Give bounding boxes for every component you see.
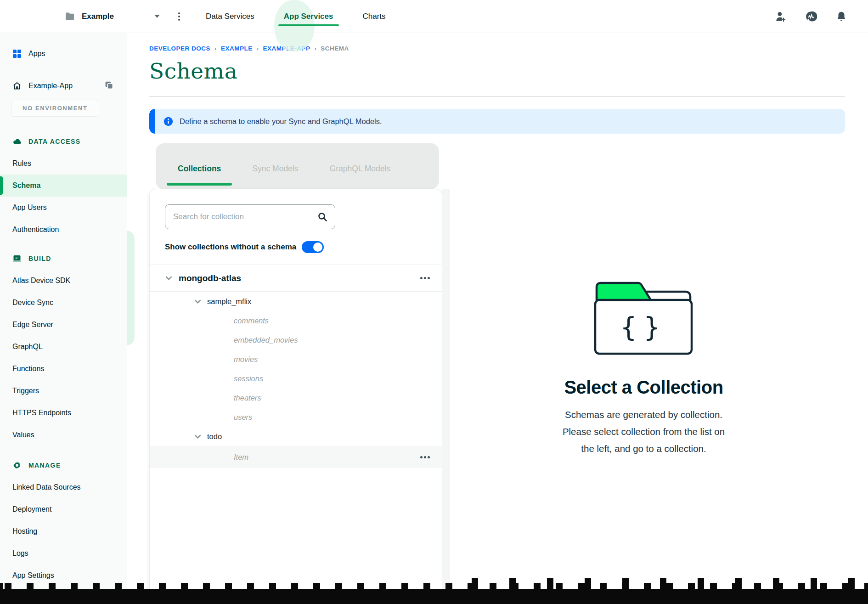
project-name[interactable]: Example	[82, 12, 114, 21]
tab-charts[interactable]: Charts	[363, 0, 386, 33]
sidebar-item-hosting[interactable]: Hosting	[0, 520, 127, 542]
empty-state-description: Schemas are generated by collection. Ple…	[563, 406, 725, 457]
sidebar-item-deployment[interactable]: Deployment	[0, 498, 127, 520]
activity-icon[interactable]	[805, 11, 817, 23]
main-content: DEVELOPER DOCS › EXAMPLE › EXAMPLE-APP ›…	[127, 33, 868, 604]
search-icon[interactable]	[317, 211, 328, 222]
tree-row-collection[interactable]: theaters	[150, 388, 442, 407]
sidebar-item-linked-data-sources[interactable]: Linked Data Sources	[0, 476, 127, 498]
current-app-name: Example-App	[28, 82, 73, 90]
info-banner-text: Define a schema to enable your Sync and …	[180, 117, 382, 126]
sidebar-item-atlas-device-sdk[interactable]: Atlas Device SDK	[0, 270, 127, 292]
panel-scrollbar-gutter[interactable]	[442, 189, 450, 594]
sidebar-item-current-app[interactable]: Example-App	[0, 75, 127, 97]
toggle-label: Show collections without a schema	[165, 243, 296, 252]
chevron-down-icon[interactable]	[194, 298, 202, 305]
ellipsis-menu-button[interactable]	[419, 453, 431, 461]
sidebar-item-authentication[interactable]: Authentication	[0, 219, 127, 241]
app-sidebar: Apps Example-App NO ENVIRONMENT	[0, 33, 127, 604]
schema-detail-area: {} Select a Collection Schemas are gener…	[442, 189, 845, 594]
empty-state-line: Please select collection from the list o…	[563, 423, 725, 440]
collection-name: Item	[234, 453, 248, 462]
sidebar-item-apps[interactable]: Apps	[0, 43, 127, 65]
top-navigation-bar: Example Data Services App Services Chart…	[0, 0, 868, 33]
info-banner: Define a schema to enable your Sync and …	[149, 109, 845, 134]
tree-row-database[interactable]: sample_mflix	[150, 292, 442, 311]
copy-app-id-button[interactable]	[104, 80, 114, 92]
sidebar-section-manage: MANAGE	[0, 454, 127, 476]
breadcrumb-developer-docs[interactable]: DEVELOPER DOCS	[149, 45, 210, 52]
sidebar-item-functions[interactable]: Functions	[0, 358, 127, 380]
sidebar-item-device-sync[interactable]: Device Sync	[0, 292, 127, 314]
tab-app-services[interactable]: App Services	[284, 0, 333, 33]
bottom-black-crenellated-bar	[0, 576, 868, 604]
tree-row-datasource[interactable]: mongodb-atlas	[150, 265, 442, 292]
environment-badge[interactable]: NO ENVIRONMENT	[11, 100, 99, 117]
collection-folder-icon: {}	[592, 280, 695, 356]
sidebar-item-graphql[interactable]: GraphQL	[0, 336, 127, 358]
tree-row-collection[interactable]: users	[150, 407, 442, 427]
breadcrumb-separator: ›	[315, 45, 317, 52]
sidebar-item-values[interactable]: Values	[0, 424, 127, 446]
sidebar-item-logs[interactable]: Logs	[0, 542, 127, 564]
sidebar-item-schema[interactable]: Schema	[0, 175, 127, 197]
breadcrumb-example[interactable]: EXAMPLE	[221, 45, 253, 52]
tree-row-collection[interactable]: sessions	[150, 369, 442, 388]
page-title: Schema	[149, 58, 845, 84]
database-name: todo	[207, 432, 222, 441]
cloud-icon	[12, 137, 22, 146]
laptop-icon	[12, 254, 22, 263]
chevron-down-icon[interactable]	[165, 274, 173, 282]
breadcrumb-separator: ›	[257, 45, 259, 52]
tab-collections[interactable]: Collections	[174, 164, 225, 174]
tab-data-services[interactable]: Data Services	[206, 0, 254, 33]
empty-state: {} Select a Collection Schemas are gener…	[563, 280, 725, 457]
show-collections-toggle[interactable]	[302, 241, 324, 253]
top-nav: Data Services App Services Charts	[206, 0, 386, 33]
sidebar-item-edge-server[interactable]: Edge Server	[0, 314, 127, 336]
sidebar-item-https-endpoints[interactable]: HTTPS Endpoints	[0, 402, 127, 424]
gear-icon	[12, 461, 22, 470]
collections-panel: Show collections without a schema mongod…	[149, 189, 442, 594]
search-input[interactable]	[165, 204, 335, 229]
collections-tree: mongodb-atlas sample_mflix comments embe…	[150, 265, 442, 468]
breadcrumb: DEVELOPER DOCS › EXAMPLE › EXAMPLE-APP ›…	[149, 45, 845, 52]
empty-state-line: the left, and go to a collection.	[563, 440, 725, 457]
invite-user-icon[interactable]	[775, 11, 787, 23]
tree-row-collection[interactable]: comments	[150, 311, 442, 330]
svg-text:{}: {}	[620, 312, 667, 343]
sidebar-item-app-users[interactable]: App Users	[0, 197, 127, 219]
collection-search	[165, 204, 335, 229]
sidebar-section-build: BUILD	[0, 248, 127, 270]
sidebar-section-data-access: DATA ACCESS	[0, 130, 127, 152]
database-name: sample_mflix	[207, 297, 251, 306]
ellipsis-menu-button[interactable]	[419, 274, 431, 282]
tree-row-database[interactable]: todo	[150, 427, 442, 446]
copy-icon	[104, 80, 114, 90]
tab-sync-models[interactable]: Sync Models	[248, 164, 302, 174]
sidebar-item-rules[interactable]: Rules	[0, 152, 127, 175]
project-caret-down-icon[interactable]	[154, 15, 160, 18]
topbar-icons	[775, 11, 847, 23]
title-divider	[149, 96, 845, 97]
tab-graphql-models[interactable]: GraphQL Models	[326, 164, 395, 174]
sidebar-item-triggers[interactable]: Triggers	[0, 380, 127, 402]
breadcrumb-schema: SCHEMA	[321, 45, 349, 52]
chevron-down-icon[interactable]	[194, 433, 202, 440]
apps-label: Apps	[28, 50, 45, 58]
project-folder-icon	[64, 11, 75, 22]
breadcrumb-separator: ›	[214, 45, 217, 52]
tree-row-collection[interactable]: embedded_movies	[150, 330, 442, 350]
empty-state-title: Select a Collection	[564, 377, 723, 398]
app-services-schema-page: Example Data Services App Services Chart…	[0, 0, 868, 604]
tree-row-collection[interactable]: movies	[150, 350, 442, 369]
tree-row-collection-hovered[interactable]: Item	[150, 446, 442, 468]
datasource-name: mongodb-atlas	[179, 273, 241, 283]
info-icon	[163, 117, 173, 126]
apps-grid-icon	[12, 49, 22, 58]
kebab-menu-icon[interactable]	[176, 11, 182, 23]
empty-state-line: Schemas are generated by collection.	[563, 406, 725, 423]
schema-tabs: Collections Sync Models GraphQL Models	[156, 143, 439, 189]
notifications-bell-icon[interactable]	[835, 11, 847, 23]
home-icon	[12, 81, 22, 90]
